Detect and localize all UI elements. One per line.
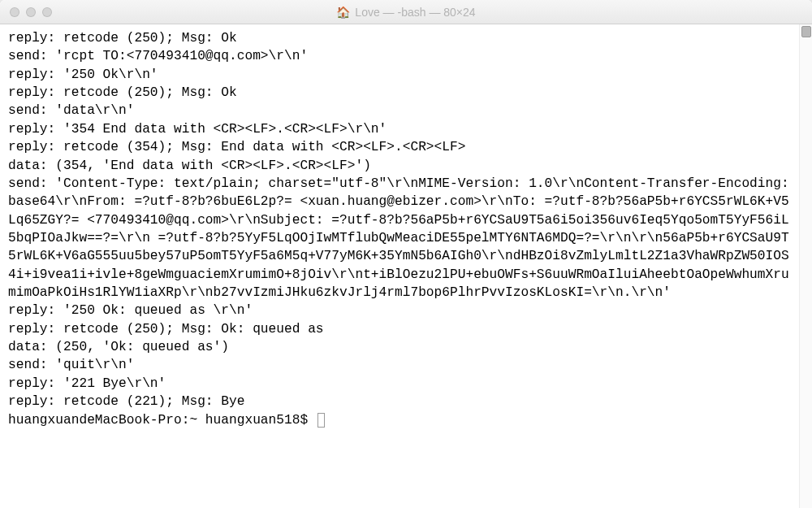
terminal-window: 🏠 Love — -bash — 80×24 reply: retcode (2… xyxy=(0,0,812,508)
terminal-line: data: (250, 'Ok: queued as') xyxy=(8,338,791,356)
home-icon: 🏠 xyxy=(336,6,350,19)
terminal-line: send: 'data\r\n' xyxy=(8,102,791,119)
shell-prompt: huangxuandeMacBook-Pro:~ huangxuan518$ xyxy=(8,413,316,428)
scrollbar-thumb[interactable] xyxy=(801,26,811,37)
terminal-line: reply: '221 Bye\r\n' xyxy=(8,375,791,393)
terminal-output[interactable]: reply: retcode (250); Msg: Oksend: 'rcpt… xyxy=(0,24,799,508)
terminal-line: reply: '250 Ok\r\n' xyxy=(8,66,791,84)
cursor xyxy=(317,413,325,428)
terminal-line: reply: retcode (250); Msg: Ok: queued as xyxy=(8,320,791,338)
scrollbar-track[interactable] xyxy=(799,24,812,508)
terminal-line: reply: retcode (250); Msg: Ok xyxy=(8,84,791,102)
terminal-line: reply: retcode (354); Msg: End data with… xyxy=(8,138,791,156)
title-wrap: 🏠 Love — -bash — 80×24 xyxy=(0,6,812,19)
terminal-line: reply: '250 Ok: queued as \r\n' xyxy=(8,302,791,319)
terminal-line: data: (354, 'End data with <CR><LF>.<CR>… xyxy=(8,157,791,175)
zoom-button[interactable] xyxy=(42,7,52,17)
terminal-line: reply: retcode (250); Msg: Ok xyxy=(8,29,791,47)
traffic-lights xyxy=(0,7,52,17)
terminal-line: reply: retcode (221); Msg: Bye xyxy=(8,393,791,410)
close-button[interactable] xyxy=(10,7,19,17)
titlebar: 🏠 Love — -bash — 80×24 xyxy=(0,0,812,24)
prompt-line[interactable]: huangxuandeMacBook-Pro:~ huangxuan518$ xyxy=(8,411,791,429)
terminal-area: reply: retcode (250); Msg: Oksend: 'rcpt… xyxy=(0,24,812,508)
terminal-line: send: 'rcpt TO:<770493410@qq.com>\r\n' xyxy=(8,47,791,65)
minimize-button[interactable] xyxy=(26,7,36,17)
terminal-line: send: 'quit\r\n' xyxy=(8,356,791,374)
terminal-line: send: 'Content-Type: text/plain; charset… xyxy=(8,175,791,302)
terminal-line: reply: '354 End data with <CR><LF>.<CR><… xyxy=(8,120,791,138)
window-title: Love — -bash — 80×24 xyxy=(355,6,475,19)
